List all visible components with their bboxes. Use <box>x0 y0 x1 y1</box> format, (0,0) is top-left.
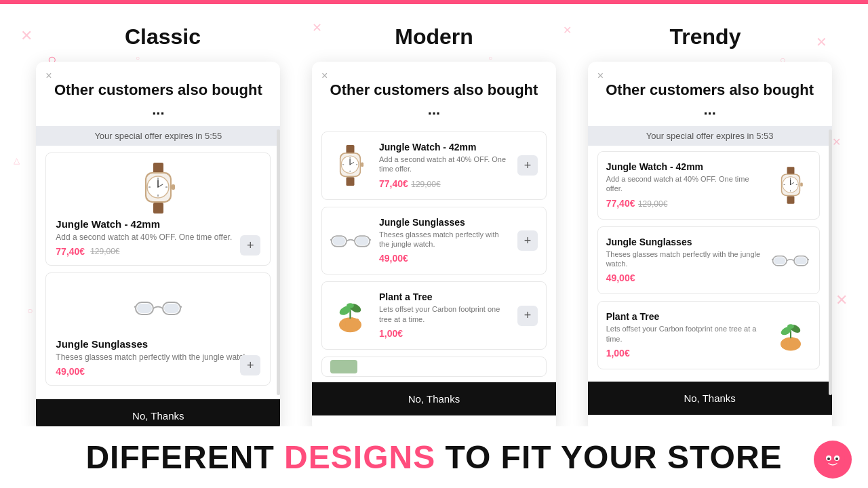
add-sunglasses-classic[interactable]: + <box>240 355 260 375</box>
svg-rect-15 <box>164 304 179 313</box>
modal-classic: × Other customers also bought ... Your s… <box>36 62 280 432</box>
products-trendy: Jungle Watch - 42mm Add a second watch a… <box>588 146 832 382</box>
product-card-plant-modern: Plant a Tree Lets offset your Carbon foo… <box>321 281 547 350</box>
sunglasses-info-trendy: Jungle Sunglasses Theses glasses match p… <box>606 237 762 285</box>
svg-point-76 <box>835 458 838 460</box>
plant-price-trendy: 1,00€ <box>606 347 762 359</box>
watch-image-trendy <box>770 165 811 205</box>
avatar-circle[interactable] <box>814 441 852 479</box>
plant-image-modern <box>330 296 371 336</box>
watch-svg-classic <box>140 163 177 214</box>
sunglasses-name-classic: Jungle Sunglasses <box>56 338 260 350</box>
columns-wrapper: × Other customers also bought ... Your s… <box>27 62 841 432</box>
sunglasses-svg-modern <box>330 231 371 250</box>
watch-name-modern: Jungle Watch - 42mm <box>379 142 509 152</box>
add-watch-classic[interactable]: + <box>240 235 260 256</box>
plant-svg-modern <box>332 297 369 334</box>
add-watch-modern[interactable]: + <box>517 155 538 176</box>
sunglasses-price-modern: 49,00€ <box>379 252 509 264</box>
svg-rect-50 <box>790 178 791 179</box>
watch-image-modern <box>330 145 371 186</box>
svg-point-71 <box>787 324 794 329</box>
svg-rect-6 <box>157 195 158 197</box>
close-button-modern[interactable]: × <box>321 70 328 82</box>
modal-header-classic: Other customers also bought ... <box>36 62 280 126</box>
watch-price-trendy: 77,40€ 129,00€ <box>606 197 762 209</box>
close-button-trendy[interactable]: × <box>597 70 604 82</box>
svg-rect-52 <box>783 184 785 185</box>
watch-name-classic: Jungle Watch - 42mm <box>56 218 260 230</box>
watch-info-modern: Jungle Watch - 42mm Add a second watch a… <box>379 142 509 190</box>
modal-title-classic: Other customers also bought ... <box>52 81 264 119</box>
svg-rect-29 <box>361 163 364 167</box>
modal-title-trendy: Other customers also bought ... <box>604 81 816 119</box>
svg-rect-46 <box>787 196 794 204</box>
watch-price-old-trendy: 129,00€ <box>638 199 667 209</box>
watch-price-old-modern: 129,00€ <box>411 180 440 189</box>
svg-rect-33 <box>356 237 369 245</box>
bottom-word-designs: DESIGNS <box>284 439 445 475</box>
svg-rect-1 <box>153 203 163 214</box>
plant-svg-trendy <box>774 319 808 352</box>
sunglasses-info-modern: Jungle Sunglasses Theses glasses match p… <box>379 217 509 265</box>
bottom-banner: DIFFERENT DESIGNS TO FIT YOUR STORE <box>0 426 868 488</box>
svg-point-75 <box>827 458 830 460</box>
svg-point-72 <box>821 447 845 472</box>
svg-rect-26 <box>356 165 357 165</box>
plant-price-modern: 1,00€ <box>379 327 509 340</box>
svg-rect-40 <box>355 319 359 329</box>
sunglasses-desc-classic: Theses glasses match perfectly with the … <box>56 352 260 362</box>
modal-header-modern: Other customers also bought ... <box>312 62 556 126</box>
svg-rect-39 <box>351 317 355 329</box>
svg-rect-11 <box>172 184 175 190</box>
no-thanks-trendy[interactable]: No, Thanks <box>588 382 832 415</box>
product-card-watch-modern: Jungle Watch - 42mm Add a second watch a… <box>321 131 547 200</box>
scrollbar-classic <box>277 129 280 395</box>
svg-rect-25 <box>342 165 344 165</box>
svg-rect-45 <box>787 167 794 175</box>
watch-price-new-modern: 77,40€ <box>379 178 408 189</box>
svg-rect-66 <box>791 337 794 347</box>
plant-name-modern: Plant a Tree <box>379 291 509 302</box>
add-plant-modern[interactable]: + <box>517 306 538 326</box>
svg-rect-67 <box>795 338 798 347</box>
svg-rect-24 <box>350 171 351 172</box>
plant-name-trendy: Plant a Tree <box>606 311 762 322</box>
watch-svg-modern <box>335 145 366 186</box>
add-sunglasses-modern[interactable]: + <box>517 230 538 251</box>
product-card-watch-trendy: Jungle Watch - 42mm Add a second watch a… <box>597 151 820 220</box>
watch-desc-trendy: Add a second watch at 40% OFF. One time … <box>606 174 762 194</box>
products-classic: Jungle Watch - 42mm Add a second watch a… <box>36 146 280 399</box>
svg-rect-0 <box>153 163 163 174</box>
svg-rect-8 <box>165 186 167 187</box>
bottom-text: DIFFERENT DESIGNS TO FIT YOUR STORE <box>0 439 868 476</box>
svg-rect-65 <box>786 338 789 347</box>
watch-svg-trendy <box>777 167 804 204</box>
close-button-classic[interactable]: × <box>45 70 52 82</box>
product-card-sunglasses-modern: Jungle Sunglasses Theses glasses match p… <box>321 207 547 275</box>
bottom-word-rest: TO FIT YOUR STORE <box>445 439 782 475</box>
product-card-sunglasses-classic: Jungle Sunglasses Theses glasses match p… <box>45 272 271 386</box>
bottom-word-different: DIFFERENT <box>85 439 284 475</box>
offer-banner-classic: Your special offer expires in 5:55 <box>36 126 280 146</box>
sunglasses-svg-trendy <box>772 251 809 269</box>
svg-rect-18 <box>347 145 355 154</box>
watch-price-old-classic: 129,00€ <box>90 247 119 256</box>
no-thanks-modern[interactable]: No, Thanks <box>312 382 556 415</box>
svg-rect-23 <box>350 157 351 159</box>
sunglasses-price-new-modern: 49,00€ <box>379 253 408 264</box>
plant-info-modern: Plant a Tree Lets offset your Carbon foo… <box>379 291 509 340</box>
scrollbar-trendy <box>829 129 832 395</box>
sunglasses-image-modern <box>330 220 371 261</box>
plant-image-trendy <box>770 315 811 356</box>
svg-rect-5 <box>157 178 158 180</box>
watch-price-modern: 77,40€ 129,00€ <box>379 178 509 190</box>
plant-price-new-trendy: 1,00€ <box>606 348 630 359</box>
product-card-sunglasses-trendy: Jungle Sunglasses Theses glasses match p… <box>597 226 820 295</box>
avatar-icon <box>819 446 846 473</box>
svg-rect-64 <box>781 340 785 348</box>
modal-modern: × Other customers also bought ... <box>312 62 556 432</box>
sunglasses-image-trendy <box>770 240 811 281</box>
products-modern: Jungle Watch - 42mm Add a second watch a… <box>312 126 556 382</box>
sunglasses-price-trendy: 49,00€ <box>606 272 762 284</box>
